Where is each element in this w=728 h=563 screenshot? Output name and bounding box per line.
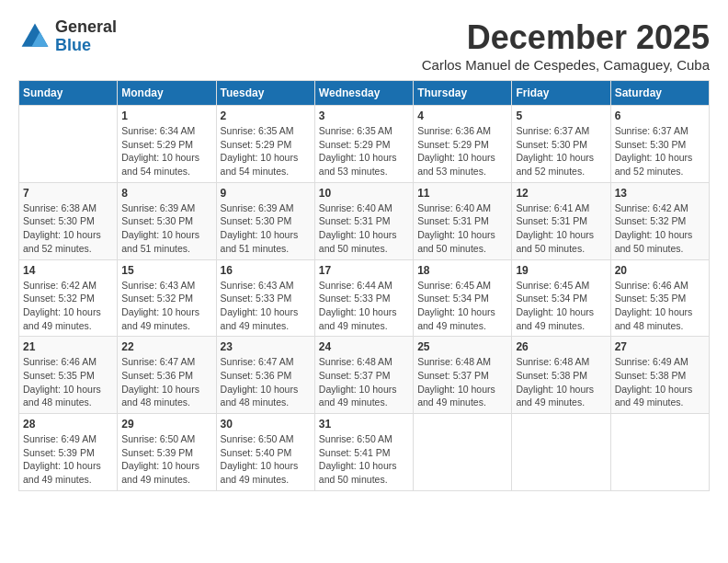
calendar-body: 1Sunrise: 6:34 AMSunset: 5:29 PMDaylight… (19, 106, 710, 491)
cell-content: Sunrise: 6:44 AMSunset: 5:33 PMDaylight:… (319, 279, 409, 333)
day-number: 15 (121, 264, 211, 277)
logo-general-text: General (55, 18, 117, 37)
cell-content: Sunrise: 6:50 AMSunset: 5:39 PMDaylight:… (121, 432, 211, 487)
cell-content: Sunrise: 6:48 AMSunset: 5:37 PMDaylight:… (417, 355, 507, 409)
logo-icon (18, 20, 51, 53)
calendar-cell: 29Sunrise: 6:50 AMSunset: 5:39 PMDayligh… (118, 414, 216, 491)
day-number: 6 (615, 109, 705, 122)
day-number: 29 (121, 418, 211, 431)
logo-blue-text: Blue (55, 37, 117, 55)
calendar-week-4: 28Sunrise: 6:49 AMSunset: 5:39 PMDayligh… (19, 414, 710, 491)
cell-content: Sunrise: 6:40 AMSunset: 5:31 PMDaylight:… (319, 201, 409, 256)
cell-content: Sunrise: 6:43 AMSunset: 5:32 PMDaylight:… (121, 279, 211, 333)
day-number: 5 (516, 109, 606, 122)
calendar-cell: 25Sunrise: 6:48 AMSunset: 5:37 PMDayligh… (414, 337, 512, 414)
calendar-cell: 24Sunrise: 6:48 AMSunset: 5:37 PMDayligh… (314, 337, 413, 414)
day-number: 17 (319, 264, 409, 277)
cell-content: Sunrise: 6:46 AMSunset: 5:35 PMDaylight:… (615, 279, 705, 333)
calendar-cell (414, 414, 512, 491)
header-area: General Blue December 2025 Carlos Manuel… (18, 18, 710, 73)
header-day-saturday: Saturday (610, 81, 709, 106)
cell-content: Sunrise: 6:43 AMSunset: 5:33 PMDaylight:… (221, 279, 311, 333)
day-number: 20 (615, 264, 705, 277)
calendar-header: SundayMondayTuesdayWednesdayThursdayFrid… (19, 81, 710, 106)
subtitle: Carlos Manuel de Cespedes, Camaguey, Cub… (422, 57, 710, 73)
header-day-wednesday: Wednesday (314, 81, 413, 106)
calendar-week-2: 14Sunrise: 6:42 AMSunset: 5:32 PMDayligh… (19, 259, 710, 337)
day-number: 19 (516, 264, 606, 277)
logo: General Blue (18, 18, 117, 55)
calendar-week-0: 1Sunrise: 6:34 AMSunset: 5:29 PMDaylight… (19, 106, 710, 183)
day-number: 13 (615, 187, 705, 200)
day-number: 16 (221, 264, 311, 277)
day-number: 18 (417, 264, 507, 277)
day-number: 31 (319, 418, 409, 431)
calendar-cell: 19Sunrise: 6:45 AMSunset: 5:34 PMDayligh… (512, 259, 610, 337)
calendar-cell: 20Sunrise: 6:46 AMSunset: 5:35 PMDayligh… (610, 259, 709, 337)
calendar-cell: 30Sunrise: 6:50 AMSunset: 5:40 PMDayligh… (216, 414, 314, 491)
cell-content: Sunrise: 6:47 AMSunset: 5:36 PMDaylight:… (121, 355, 211, 409)
calendar-cell: 22Sunrise: 6:47 AMSunset: 5:36 PMDayligh… (118, 337, 216, 414)
calendar-cell (512, 414, 610, 491)
calendar-week-3: 21Sunrise: 6:46 AMSunset: 5:35 PMDayligh… (19, 337, 710, 414)
calendar-cell (610, 414, 709, 491)
calendar-cell: 4Sunrise: 6:36 AMSunset: 5:29 PMDaylight… (414, 106, 512, 183)
cell-content: Sunrise: 6:39 AMSunset: 5:30 PMDaylight:… (221, 201, 311, 256)
header-day-sunday: Sunday (19, 81, 118, 106)
calendar-week-1: 7Sunrise: 6:38 AMSunset: 5:30 PMDaylight… (19, 182, 710, 259)
cell-content: Sunrise: 6:48 AMSunset: 5:37 PMDaylight:… (319, 355, 409, 409)
day-number: 4 (417, 109, 507, 122)
cell-content: Sunrise: 6:47 AMSunset: 5:36 PMDaylight:… (221, 355, 311, 409)
calendar-table: SundayMondayTuesdayWednesdayThursdayFrid… (18, 80, 710, 491)
calendar-cell: 28Sunrise: 6:49 AMSunset: 5:39 PMDayligh… (19, 414, 118, 491)
calendar-cell: 2Sunrise: 6:35 AMSunset: 5:29 PMDaylight… (216, 106, 314, 183)
calendar-cell: 23Sunrise: 6:47 AMSunset: 5:36 PMDayligh… (216, 337, 314, 414)
calendar-cell: 10Sunrise: 6:40 AMSunset: 5:31 PMDayligh… (314, 182, 413, 259)
day-number: 28 (23, 418, 113, 431)
cell-content: Sunrise: 6:45 AMSunset: 5:34 PMDaylight:… (516, 279, 606, 333)
calendar-cell: 17Sunrise: 6:44 AMSunset: 5:33 PMDayligh… (314, 259, 413, 337)
day-number: 14 (23, 264, 113, 277)
day-number: 9 (221, 187, 311, 200)
cell-content: Sunrise: 6:42 AMSunset: 5:32 PMDaylight:… (615, 201, 705, 256)
cell-content: Sunrise: 6:46 AMSunset: 5:35 PMDaylight:… (23, 355, 113, 409)
calendar-cell: 13Sunrise: 6:42 AMSunset: 5:32 PMDayligh… (610, 182, 709, 259)
calendar-cell: 18Sunrise: 6:45 AMSunset: 5:34 PMDayligh… (414, 259, 512, 337)
calendar-cell: 9Sunrise: 6:39 AMSunset: 5:30 PMDaylight… (216, 182, 314, 259)
calendar-cell: 27Sunrise: 6:49 AMSunset: 5:38 PMDayligh… (610, 337, 709, 414)
calendar-cell: 7Sunrise: 6:38 AMSunset: 5:30 PMDaylight… (19, 182, 118, 259)
month-title: December 2025 (422, 18, 710, 57)
day-number: 11 (417, 187, 507, 200)
header-day-monday: Monday (118, 81, 216, 106)
day-number: 27 (615, 340, 705, 353)
cell-content: Sunrise: 6:45 AMSunset: 5:34 PMDaylight:… (417, 279, 507, 333)
calendar-cell: 15Sunrise: 6:43 AMSunset: 5:32 PMDayligh… (118, 259, 216, 337)
calendar-cell (19, 106, 118, 183)
calendar-cell: 31Sunrise: 6:50 AMSunset: 5:41 PMDayligh… (314, 414, 413, 491)
day-number: 3 (319, 109, 409, 122)
logo-text: General Blue (55, 18, 117, 55)
header-row: SundayMondayTuesdayWednesdayThursdayFrid… (19, 81, 710, 106)
cell-content: Sunrise: 6:36 AMSunset: 5:29 PMDaylight:… (417, 124, 507, 178)
day-number: 8 (121, 187, 211, 200)
cell-content: Sunrise: 6:39 AMSunset: 5:30 PMDaylight:… (121, 201, 211, 256)
cell-content: Sunrise: 6:35 AMSunset: 5:29 PMDaylight:… (221, 124, 311, 178)
cell-content: Sunrise: 6:37 AMSunset: 5:30 PMDaylight:… (615, 124, 705, 178)
day-number: 2 (221, 109, 311, 122)
calendar-cell: 16Sunrise: 6:43 AMSunset: 5:33 PMDayligh… (216, 259, 314, 337)
calendar-cell: 3Sunrise: 6:35 AMSunset: 5:29 PMDaylight… (314, 106, 413, 183)
calendar-cell: 14Sunrise: 6:42 AMSunset: 5:32 PMDayligh… (19, 259, 118, 337)
calendar-cell: 11Sunrise: 6:40 AMSunset: 5:31 PMDayligh… (414, 182, 512, 259)
calendar-cell: 1Sunrise: 6:34 AMSunset: 5:29 PMDaylight… (118, 106, 216, 183)
day-number: 1 (121, 109, 211, 122)
day-number: 22 (121, 340, 211, 353)
cell-content: Sunrise: 6:50 AMSunset: 5:40 PMDaylight:… (221, 432, 311, 487)
day-number: 25 (417, 340, 507, 353)
cell-content: Sunrise: 6:34 AMSunset: 5:29 PMDaylight:… (121, 124, 211, 178)
day-number: 24 (319, 340, 409, 353)
title-area: December 2025 Carlos Manuel de Cespedes,… (422, 18, 710, 73)
day-number: 12 (516, 187, 606, 200)
day-number: 23 (221, 340, 311, 353)
cell-content: Sunrise: 6:50 AMSunset: 5:41 PMDaylight:… (319, 432, 409, 487)
calendar-cell: 12Sunrise: 6:41 AMSunset: 5:31 PMDayligh… (512, 182, 610, 259)
